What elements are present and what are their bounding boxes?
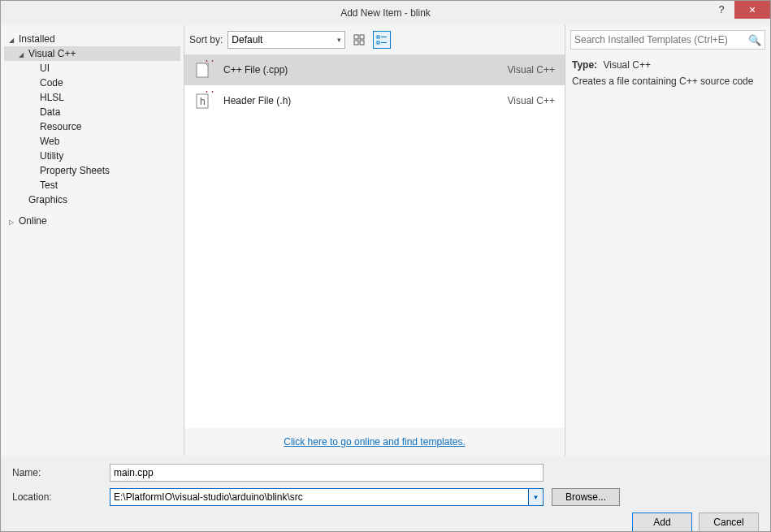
header-file-icon: h++ bbox=[194, 91, 214, 110]
chevron-down-icon: ▾ bbox=[337, 36, 341, 44]
svg-rect-6 bbox=[377, 41, 379, 44]
window-title: Add New Item - blink bbox=[1, 7, 770, 19]
tree-label: Data bbox=[40, 106, 60, 118]
tree-label: Code bbox=[40, 77, 63, 89]
help-button[interactable]: ? bbox=[708, 1, 734, 19]
template-lang: Visual C++ bbox=[508, 95, 555, 106]
view-medium-icons-button[interactable] bbox=[350, 31, 368, 49]
tree-label: HLSL bbox=[40, 92, 64, 103]
svg-rect-3 bbox=[360, 41, 364, 45]
tree-item-data[interactable]: Data bbox=[4, 105, 180, 119]
tree-label: UI bbox=[40, 63, 50, 74]
tree-label: Graphics bbox=[28, 194, 67, 205]
cancel-button[interactable]: Cancel bbox=[699, 513, 759, 532]
type-description: Creates a file containing C++ source cod… bbox=[572, 76, 764, 87]
window-controls: ? × bbox=[708, 1, 770, 19]
svg-rect-2 bbox=[354, 41, 358, 45]
list-icon bbox=[376, 34, 388, 45]
tree-item-hlsl[interactable]: HLSL bbox=[4, 90, 180, 105]
name-label: Name: bbox=[12, 467, 110, 478]
search-input[interactable] bbox=[574, 34, 748, 45]
template-name: C++ File (.cpp) bbox=[223, 64, 498, 76]
template-name: Header File (.h) bbox=[223, 95, 498, 106]
chevron-down-icon bbox=[9, 35, 17, 44]
right-panel: 🔍 Type: Visual C++ Creates a file contai… bbox=[565, 25, 770, 456]
tree-item-property-sheets[interactable]: Property Sheets bbox=[4, 163, 180, 178]
search-box[interactable]: 🔍 bbox=[570, 30, 765, 50]
template-list: ++ C++ File (.cpp) Visual C++ h++ Header… bbox=[184, 54, 565, 428]
chevron-right-icon bbox=[9, 217, 17, 226]
action-row: Add Cancel bbox=[12, 513, 759, 532]
add-button[interactable]: Add bbox=[632, 513, 692, 532]
sort-value: Default bbox=[232, 34, 262, 45]
tree-item-test[interactable]: Test bbox=[4, 178, 180, 192]
tree-label: Utility bbox=[40, 150, 63, 162]
location-row: Location: ▼ Browse... bbox=[12, 488, 759, 506]
tree-item-visual-cpp[interactable]: Visual C++ bbox=[4, 46, 180, 61]
name-row: Name: bbox=[12, 464, 759, 482]
tree-label: Web bbox=[40, 136, 59, 147]
chevron-down-icon: ▼ bbox=[533, 494, 539, 501]
info-block: Type: Visual C++ Creates a file containi… bbox=[570, 58, 765, 89]
svg-rect-0 bbox=[354, 35, 358, 39]
cpp-file-icon: ++ bbox=[194, 60, 214, 80]
sidebar: Installed Visual C++ UI Code HLSL Data R… bbox=[1, 25, 184, 456]
type-value: Visual C++ bbox=[603, 59, 650, 71]
template-lang: Visual C++ bbox=[508, 64, 555, 76]
center-footer: Click here to go online and find templat… bbox=[184, 428, 565, 456]
sort-by-select[interactable]: Default ▾ bbox=[227, 31, 345, 49]
tree-item-resource[interactable]: Resource bbox=[4, 119, 180, 134]
tree-item-utility[interactable]: Utility bbox=[4, 149, 180, 163]
chevron-down-icon bbox=[19, 50, 27, 58]
toolbar: Sort by: Default ▾ bbox=[184, 25, 565, 54]
tree-item-web[interactable]: Web bbox=[4, 134, 180, 149]
bottom-area: Name: Location: ▼ Browse... Add Cancel bbox=[1, 456, 770, 532]
tree-label: Visual C++ bbox=[28, 48, 76, 59]
tree-label: Test bbox=[40, 179, 58, 191]
tree-label: Online bbox=[19, 215, 47, 227]
tree-label: Installed bbox=[19, 33, 55, 45]
tree-item-ui[interactable]: UI bbox=[4, 61, 180, 76]
close-button[interactable]: × bbox=[734, 1, 770, 19]
online-templates-link[interactable]: Click here to go online and find templat… bbox=[284, 436, 465, 448]
svg-rect-8 bbox=[197, 63, 208, 77]
name-input[interactable] bbox=[110, 464, 544, 482]
location-label: Location: bbox=[12, 491, 110, 503]
svg-text:h: h bbox=[200, 96, 206, 107]
grid-icon bbox=[353, 34, 365, 45]
sort-by-label: Sort by: bbox=[189, 34, 223, 45]
svg-text:++: ++ bbox=[204, 60, 214, 65]
template-item-cpp-file[interactable]: ++ C++ File (.cpp) Visual C++ bbox=[184, 54, 565, 85]
main-body: Installed Visual C++ UI Code HLSL Data R… bbox=[1, 25, 770, 456]
svg-rect-4 bbox=[377, 36, 379, 38]
location-dropdown-button[interactable]: ▼ bbox=[529, 488, 544, 506]
tree-label: Resource bbox=[40, 121, 81, 132]
search-icon: 🔍 bbox=[748, 34, 761, 46]
tree-label: Property Sheets bbox=[40, 165, 110, 176]
titlebar: Add New Item - blink ? × bbox=[1, 1, 770, 25]
tree-item-code[interactable]: Code bbox=[4, 76, 180, 90]
browse-button[interactable]: Browse... bbox=[552, 488, 620, 506]
svg-rect-1 bbox=[360, 35, 364, 39]
center-panel: Sort by: Default ▾ ++ C++ File (.cpp) Vi… bbox=[184, 25, 565, 456]
view-small-icons-button[interactable] bbox=[373, 31, 391, 49]
template-item-header-file[interactable]: h++ Header File (.h) Visual C++ bbox=[184, 85, 565, 116]
tree-item-online[interactable]: Online bbox=[4, 214, 180, 228]
type-label: Type: bbox=[572, 59, 597, 71]
svg-text:++: ++ bbox=[204, 91, 214, 96]
tree-item-installed[interactable]: Installed bbox=[4, 32, 180, 46]
location-input[interactable] bbox=[110, 488, 529, 506]
tree-item-graphics[interactable]: Graphics bbox=[4, 192, 180, 207]
